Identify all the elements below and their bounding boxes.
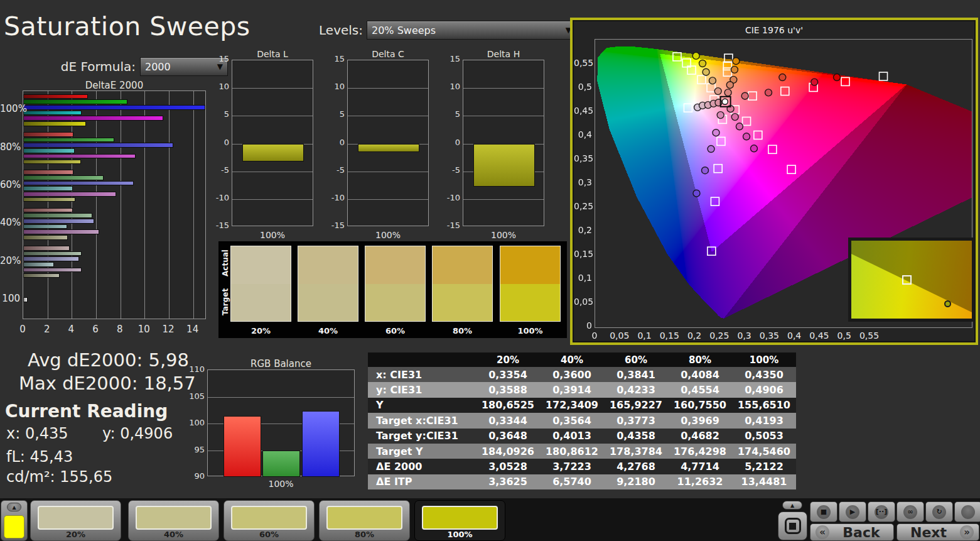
- repeat-button[interactable]: ↻: [925, 501, 953, 522]
- actual-color: [231, 246, 291, 284]
- table-cell: 0,4193: [732, 415, 796, 427]
- table-cell: 0,3600: [540, 369, 604, 381]
- target-color: [365, 284, 425, 322]
- pattern-window-button[interactable]: [778, 511, 807, 540]
- y-axis-tick-label: 5: [210, 109, 229, 119]
- y-axis-tick-label: 15: [326, 54, 345, 63]
- table-cell: 0,3648: [476, 430, 540, 442]
- table-column-header: 20%: [476, 354, 540, 366]
- pattern-card-80%[interactable]: 80%: [319, 500, 410, 541]
- cie-x-tick-label: 0,4: [782, 331, 807, 341]
- target-row-label: Target: [221, 297, 230, 315]
- actual-color: [298, 246, 358, 284]
- pattern-card-60%[interactable]: 60%: [223, 500, 315, 541]
- table-cell: 0,5053: [732, 430, 796, 442]
- gridline: [348, 88, 428, 89]
- compare-swatch: [230, 246, 291, 322]
- deltae-bar-blue: [23, 143, 173, 148]
- table-row-label: Target Y: [368, 445, 476, 457]
- delta-chart-title: Delta L: [232, 49, 313, 59]
- table-column-header: 40%: [540, 354, 604, 366]
- back-button[interactable]: «Back: [810, 523, 894, 541]
- chevron-down-icon: ▼: [217, 62, 223, 71]
- current-y: y: 0,4906: [102, 425, 173, 442]
- saturation-group-label: 40%: [0, 217, 20, 228]
- deltae-chart-title: DeltaE 2000: [50, 80, 178, 91]
- x-axis-tick-label: 6: [89, 324, 102, 335]
- cie-y-tick-label: 0,35: [574, 153, 592, 163]
- cie-title: CIE 1976 u'v': [573, 25, 976, 35]
- gridline: [463, 199, 544, 200]
- page-title: Saturation Sweeps: [4, 11, 250, 41]
- infinite-loop-button[interactable]: ∞: [897, 501, 924, 522]
- x-axis-tick-label: 2: [41, 324, 53, 335]
- table-row-label: ΔE 2000: [368, 461, 476, 473]
- levels-value: 20% Sweeps: [372, 25, 436, 36]
- cie-y-tick-label: 0,45: [574, 106, 592, 116]
- x-axis-tick-label: 14: [186, 324, 199, 335]
- status-indicator[interactable]: [954, 501, 980, 522]
- levels-dropdown[interactable]: 20% Sweeps ▼: [367, 21, 576, 40]
- stop-button[interactable]: ■: [810, 501, 837, 522]
- play-button[interactable]: ▶: [839, 501, 866, 522]
- saturation-group-label: 100: [0, 293, 20, 304]
- table-column-header: 100%: [732, 354, 796, 366]
- deltae-bar-red: [23, 208, 73, 213]
- deltae-bar-green: [23, 251, 82, 256]
- gridline: [121, 91, 121, 319]
- table-row-label: Target x:CIE31: [368, 415, 476, 427]
- bracket-dots-icon: [··]: [875, 505, 888, 519]
- table-cell: 0,4084: [668, 369, 732, 381]
- compare-swatch-label: 20%: [230, 326, 291, 336]
- de-formula-value: 2000: [145, 61, 171, 73]
- next-button[interactable]: Next»: [897, 523, 979, 541]
- table-column-header: 60%: [604, 354, 668, 366]
- y-axis-tick-label: 0: [326, 138, 345, 147]
- deltae-bar-blue: [23, 256, 79, 261]
- cie-x-tick-label: 0,3: [732, 331, 757, 341]
- table-header-row: 20%40%60%80%100%: [368, 352, 796, 367]
- deltae-bar-green: [23, 138, 114, 143]
- table-cell: 155,6510: [732, 399, 796, 411]
- table-cell: 0,3564: [540, 415, 604, 427]
- play-icon: ▶: [846, 505, 859, 519]
- y-axis-tick-label: -15: [326, 221, 345, 230]
- table-cell: 178,3784: [604, 445, 668, 457]
- actual-color: [365, 246, 425, 284]
- deltae-bar-green: [23, 213, 92, 218]
- table-row-label: ΔE ITP: [368, 476, 476, 488]
- scroll-up-button[interactable]: ▲: [7, 503, 21, 511]
- deltae-bar-red: [23, 297, 28, 302]
- loop-range-button[interactable]: [··]: [868, 501, 895, 522]
- table-row-label: Target y:CIE31: [368, 430, 476, 442]
- y-axis-tick-label: -15: [210, 221, 229, 230]
- cie-diagram-panel: CIE 1976 u'v' 0,550,50,450,40,350,30,250…: [570, 18, 978, 345]
- cie-x-tick-label: 0,15: [657, 331, 682, 341]
- current-color-swatch: [4, 515, 24, 538]
- pattern-card-20%[interactable]: 20%: [30, 500, 121, 541]
- cie-y-tick-label: 0,4: [574, 129, 592, 139]
- table-cell: 0,4233: [604, 384, 668, 396]
- pattern-card-40%[interactable]: 40%: [128, 500, 219, 541]
- x-axis-label: 100%: [232, 230, 313, 240]
- pattern-card-100%[interactable]: 100%: [414, 500, 505, 541]
- deltae-bar-yellow: [23, 273, 60, 278]
- cie-y-tick-label: 0,3: [574, 177, 592, 187]
- deltae-bar-blue: [23, 105, 205, 110]
- cie-zoom-inset: [848, 238, 975, 322]
- scroll-up-button[interactable]: ▲: [782, 501, 802, 510]
- cie-x-tick-label: 0,55: [856, 331, 881, 341]
- target-color: [433, 284, 492, 322]
- x-axis-tick-label: 0: [16, 324, 29, 335]
- x-axis-tick-label: 12: [162, 324, 175, 335]
- x-axis-label: 100%: [207, 479, 355, 489]
- actual-row-label: Actual: [221, 258, 230, 276]
- y-axis-tick-label: 0: [210, 138, 229, 147]
- table-cell: 0,3588: [476, 384, 540, 396]
- deltae-chart-plot: [23, 90, 206, 319]
- repeat-icon: ↻: [932, 505, 946, 519]
- pattern-card-label: 60%: [224, 530, 314, 539]
- y-axis-tick-label: 10: [326, 82, 345, 91]
- rgb-bar-blue: [302, 411, 340, 477]
- pattern-swatch: [38, 506, 114, 530]
